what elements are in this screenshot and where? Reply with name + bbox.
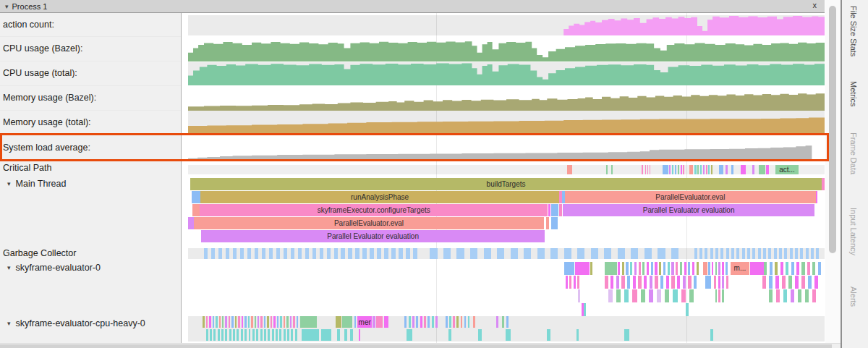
trace-slice[interactable] (256, 329, 258, 341)
trace-slice[interactable] (812, 262, 815, 275)
trace-slice[interactable] (590, 262, 592, 275)
sidebar-tab-file-size-stats[interactable]: File Size Stats (849, 6, 858, 56)
trace-slice[interactable] (655, 262, 657, 275)
trace-slice[interactable] (551, 204, 559, 216)
trace-slice[interactable] (225, 316, 226, 328)
trace-slice[interactable] (300, 316, 317, 328)
trace-slice[interactable] (577, 248, 584, 259)
trace-slice[interactable] (238, 316, 239, 328)
trace-slice[interactable] (255, 316, 256, 328)
trace-slice[interactable] (605, 276, 608, 289)
trace-slice[interactable] (774, 248, 777, 259)
trace-slice[interactable] (432, 316, 434, 328)
trace-slice[interactable] (524, 248, 531, 259)
trace-slice[interactable] (284, 316, 285, 328)
trace-slice[interactable] (241, 329, 243, 341)
trace-slice[interactable] (449, 316, 451, 328)
trace-slice[interactable] (591, 248, 598, 259)
trace-slice[interactable]: Parallel Evaluator evaluation (563, 204, 814, 216)
track-mem-total[interactable] (188, 111, 825, 134)
trace-slice[interactable] (233, 329, 235, 341)
trace-slice[interactable] (320, 248, 323, 259)
trace-slice[interactable] (775, 262, 778, 275)
trace-slice[interactable] (216, 316, 217, 328)
trace-slice[interactable] (627, 276, 630, 289)
trace-slice[interactable] (569, 276, 571, 289)
expander-triangle-icon[interactable]: ▾ (7, 180, 11, 187)
trace-slice[interactable] (647, 165, 649, 174)
trace-slice[interactable] (718, 276, 720, 289)
trace-slice[interactable] (624, 329, 629, 341)
trace-slice[interactable] (689, 289, 694, 302)
trace-slice[interactable] (795, 248, 798, 259)
trace-slice[interactable] (404, 316, 407, 328)
trace-slice[interactable] (255, 248, 258, 259)
trace-slice[interactable] (694, 248, 697, 259)
trace-slice[interactable] (692, 262, 694, 275)
trace-slice[interactable] (267, 316, 268, 328)
trace-slice[interactable] (711, 165, 712, 174)
trace-slice[interactable] (443, 248, 451, 259)
trace-slice[interactable] (796, 262, 799, 275)
trace-slice[interactable] (742, 248, 745, 259)
trace-slice[interactable] (770, 262, 773, 275)
trace-slice[interactable] (280, 316, 281, 328)
trace-slice[interactable] (639, 262, 641, 275)
trace-slice[interactable] (780, 262, 783, 275)
trace-slice[interactable] (284, 248, 287, 259)
trace-slice[interactable] (683, 276, 686, 289)
trace-slice[interactable] (406, 248, 409, 259)
trace-slice[interactable] (272, 329, 274, 341)
trace-slice[interactable] (715, 289, 718, 302)
trace-slice[interactable] (430, 248, 437, 259)
trace-slice[interactable] (783, 289, 788, 302)
trace-slice[interactable] (822, 178, 825, 190)
trace-slice[interactable] (782, 276, 786, 289)
trace-slice[interactable] (551, 217, 558, 229)
trace-slice[interactable] (618, 248, 625, 259)
trace-slice[interactable] (222, 316, 224, 328)
trace-slice[interactable] (574, 276, 576, 289)
trace-slice[interactable] (741, 165, 746, 174)
trace-slice[interactable] (302, 329, 320, 341)
track-gc[interactable] (188, 248, 825, 259)
track-mem-bazel[interactable] (188, 88, 825, 111)
trace-slice[interactable] (287, 329, 289, 341)
sidebar-tab-input-latency[interactable]: Input Latency (849, 208, 858, 255)
trace-slice[interactable] (611, 165, 613, 174)
trace-slice[interactable] (666, 276, 669, 289)
trace-slice[interactable] (218, 329, 220, 341)
trace-slice[interactable] (355, 248, 359, 259)
trace-slice[interactable] (610, 276, 613, 289)
trace-slice[interactable] (229, 329, 231, 341)
trace-slice[interactable] (416, 316, 418, 328)
trace-slice[interactable] (671, 262, 673, 275)
trace-slice[interactable] (456, 316, 459, 328)
trace-slice[interactable] (791, 289, 795, 302)
trace-slice[interactable] (273, 316, 275, 328)
trace-slice[interactable] (321, 329, 331, 341)
trace-slice[interactable] (676, 262, 678, 275)
trace-slice[interactable] (461, 316, 463, 328)
track-skyframe-evaluator-cpu-heavy-0[interactable]: mer (188, 316, 825, 341)
trace-slice[interactable] (750, 262, 763, 275)
trace-slice[interactable] (605, 262, 618, 275)
trace-slice[interactable] (816, 248, 819, 259)
trace-slice[interactable] (622, 262, 624, 275)
trace-slice[interactable] (660, 276, 663, 289)
trace-slice[interactable] (726, 165, 728, 174)
trace-slice[interactable] (758, 248, 761, 259)
trace-slice[interactable] (752, 248, 755, 259)
trace-slice[interactable] (759, 165, 765, 174)
trace-slice[interactable]: ParallelEvaluator.eval (194, 217, 544, 229)
trace-slice[interactable] (818, 262, 821, 275)
trace-slice[interactable] (473, 316, 475, 328)
trace-slice[interactable] (616, 289, 621, 302)
trace-slice[interactable] (681, 289, 686, 302)
trace-slice[interactable] (644, 276, 647, 289)
trace-slice[interactable] (209, 316, 210, 328)
trace-slice[interactable] (218, 248, 222, 259)
trace-slice[interactable] (731, 248, 734, 259)
trace-slice[interactable] (604, 248, 611, 259)
expander-triangle-icon[interactable]: ▾ (7, 264, 11, 271)
